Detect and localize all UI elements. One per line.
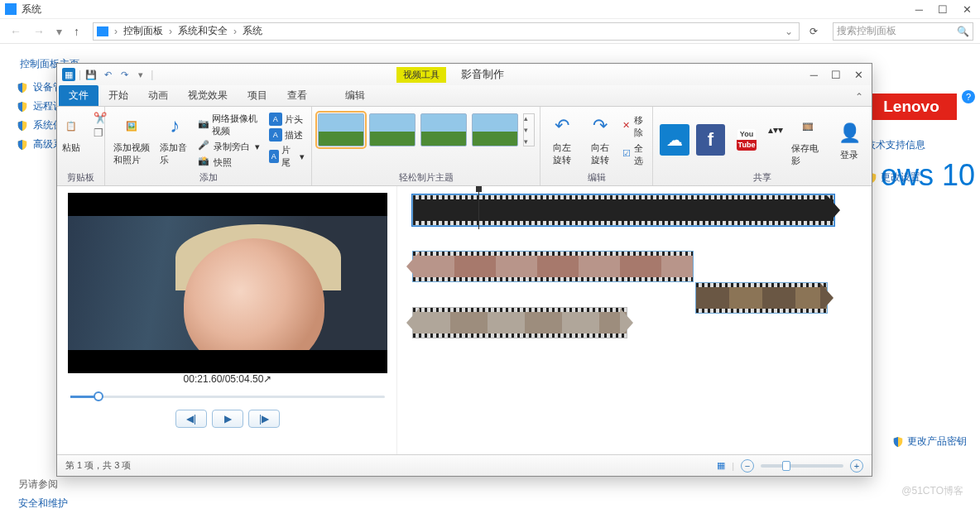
group-themes: 轻松制片主题	[399, 170, 454, 184]
zoom-in-button[interactable]: +	[850, 459, 863, 473]
snapshot-icon: 📸	[198, 156, 211, 169]
change-settings-link[interactable]: 更改设置	[866, 170, 973, 185]
cp-close-icon[interactable]: ✕	[963, 3, 972, 16]
cp-min-icon[interactable]: ─	[915, 3, 923, 16]
tab-home[interactable]: 开始	[98, 85, 138, 106]
video-preview	[68, 193, 387, 373]
file-tab[interactable]: 文件	[59, 85, 98, 106]
lenovo-logo: Lenovo	[866, 94, 957, 120]
snapshot-button[interactable]: 📸快照	[198, 155, 262, 170]
system-icon	[5, 3, 17, 15]
narration-button[interactable]: 🎤录制旁白 ▾	[198, 139, 262, 154]
qat-dropdown-icon[interactable]: ▾	[134, 68, 147, 81]
theme-gallery[interactable]: ▴▾▾	[316, 110, 536, 150]
group-edit: 编辑	[588, 170, 606, 184]
addr-dropdown-icon[interactable]: ⌄	[782, 26, 795, 37]
see-also: 另请参阅	[18, 475, 68, 494]
undo-icon[interactable]: ↶	[101, 68, 114, 81]
security-maint-link[interactable]: 安全和维护	[18, 494, 68, 513]
shield-icon	[17, 139, 28, 151]
nav-fwd-icon[interactable]: →	[30, 25, 48, 38]
shield-icon	[892, 436, 904, 448]
tab-vfx[interactable]: 视觉效果	[178, 85, 238, 106]
webcam-icon: 📷	[198, 118, 209, 132]
youtube-icon[interactable]: YouTube	[732, 124, 761, 156]
share-scroll[interactable]: ▴▾▾	[768, 124, 783, 156]
user-icon: 👤	[835, 119, 863, 147]
theme-thumb[interactable]	[472, 113, 518, 146]
fullscreen-icon[interactable]: ↗	[263, 373, 271, 385]
view-thumbs-icon[interactable]: ▦	[717, 460, 725, 471]
cp-icon	[97, 26, 108, 36]
crumb[interactable]: 控制面板	[123, 24, 163, 38]
tab-edit[interactable]: 编辑	[335, 85, 375, 106]
timeline-clip[interactable]	[412, 307, 627, 338]
cp-max-icon[interactable]: ☐	[938, 3, 948, 16]
tab-anim[interactable]: 动画	[138, 85, 178, 106]
film-icon: 🎞️	[794, 113, 822, 141]
app-title: 影音制作	[461, 67, 504, 82]
mic-icon: 🎤	[198, 140, 211, 153]
ribbon-collapse-icon[interactable]: ⌃	[855, 91, 872, 106]
address-bar[interactable]: › 控制面板 › 系统和安全 › 系统 ⌄	[93, 22, 800, 41]
webcam-button[interactable]: 📷网络摄像机视频	[198, 112, 262, 138]
nav-recent-icon[interactable]: ▾	[53, 25, 65, 38]
nav-up-icon[interactable]: ↑	[70, 25, 83, 38]
rotate-right-button[interactable]: ↷向右 旋转	[584, 110, 616, 168]
status-text: 第 1 项，共 3 项	[65, 459, 131, 472]
theme-thumb[interactable]	[420, 113, 467, 146]
login-button[interactable]: 👤登录	[833, 118, 865, 163]
support-link[interactable]: 技术支持信息	[866, 138, 973, 152]
timeline-clip[interactable]	[412, 251, 694, 282]
theme-thumb[interactable]	[318, 113, 364, 146]
group-clipboard: 剪贴板	[67, 170, 94, 184]
nav-back-icon[interactable]: ←	[7, 25, 25, 38]
caption-button[interactable]: A描述	[269, 127, 305, 142]
playhead[interactable]	[478, 190, 479, 229]
remove-button[interactable]: ✕移除	[622, 113, 647, 140]
change-product-key-link[interactable]: 更改产品密钥	[892, 434, 967, 449]
contextual-tab: 视频工具	[396, 67, 446, 83]
gallery-scroll[interactable]: ▴▾▾	[523, 113, 535, 146]
facebook-icon[interactable]: f	[696, 124, 726, 156]
video-photo-icon: 🖼️	[118, 112, 146, 140]
redo-icon[interactable]: ↷	[118, 68, 131, 81]
tab-view[interactable]: 查看	[277, 85, 317, 106]
save-movie-button[interactable]: 🎞️保存电影	[790, 111, 827, 169]
next-frame-button[interactable]: |▶	[248, 410, 280, 428]
group-share: 共享	[753, 170, 771, 184]
search-input[interactable]: 搜索控制面板 🔍	[833, 22, 973, 41]
app-icon[interactable]: ▦	[62, 68, 75, 81]
mm-min-icon[interactable]: ─	[810, 69, 818, 81]
watermark: @51CTO博客	[901, 484, 963, 498]
title-button[interactable]: A片头	[269, 112, 305, 127]
credit-icon: A	[269, 150, 279, 163]
add-music-button[interactable]: ♪添加音乐	[158, 110, 191, 168]
mm-close-icon[interactable]: ✕	[854, 69, 863, 81]
theme-thumb[interactable]	[369, 113, 416, 146]
timeline-clip[interactable]	[412, 194, 834, 226]
select-all-button[interactable]: ☑全选	[622, 142, 647, 168]
mm-max-icon[interactable]: ☐	[831, 69, 841, 81]
save-icon[interactable]: 💾	[84, 68, 98, 81]
play-button[interactable]: ▶	[212, 410, 243, 428]
clipboard-icon: 📋	[57, 112, 85, 140]
rotate-left-button[interactable]: ↶向左 旋转	[546, 110, 578, 168]
refresh-icon[interactable]: ⟳	[805, 26, 823, 37]
credit-button[interactable]: A片尾 ▾	[269, 143, 305, 170]
crumb[interactable]: 系统和安全	[178, 24, 228, 38]
skydrive-icon[interactable]: ☁	[660, 124, 689, 156]
group-add: 添加	[199, 170, 218, 184]
movie-maker-window: ▦ | 💾 ↶ ↷ ▾ | 视频工具 影音制作 ─ ☐ ✕ 文件 开始 动画 视…	[56, 63, 872, 477]
shield-icon	[17, 101, 28, 113]
add-video-photo-button[interactable]: 🖼️添加视频 和照片	[112, 110, 151, 168]
cp-title: 系统	[22, 2, 915, 17]
crumb[interactable]: 系统	[243, 24, 262, 38]
paste-button[interactable]: 📋 粘贴	[55, 110, 87, 156]
preview-seek-slider[interactable]	[70, 390, 385, 403]
prev-frame-button[interactable]: ◀|	[175, 410, 207, 428]
search-icon: 🔍	[957, 26, 969, 37]
tab-project[interactable]: 项目	[238, 85, 277, 106]
zoom-slider[interactable]	[761, 464, 843, 468]
zoom-out-button[interactable]: −	[741, 459, 754, 473]
